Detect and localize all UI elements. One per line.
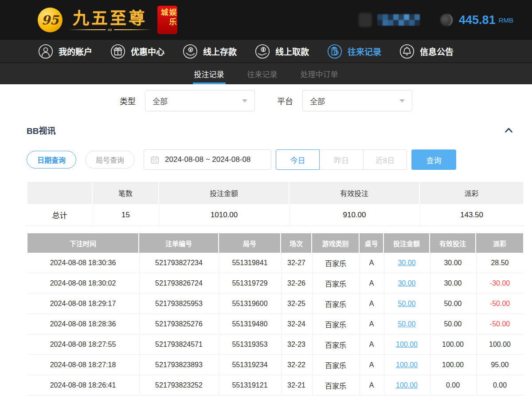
type-select[interactable]: 全部 (145, 90, 255, 111)
nav-item-my-account[interactable]: 我的账户 (38, 43, 92, 59)
type-select-value: 全部 (153, 95, 168, 106)
table-code: A (360, 355, 383, 375)
table-code: A (360, 334, 383, 355)
session: 32-24 (281, 314, 311, 334)
platform-label: 平台 (277, 95, 293, 106)
coin-icon (440, 14, 453, 26)
order-id: 521793825276 (139, 314, 218, 334)
bet-amount-link[interactable]: 30.00 (398, 279, 415, 287)
nav-label: 优惠中心 (131, 45, 164, 57)
round-query-button[interactable]: 局号查询 (85, 151, 135, 169)
bet-time: 2024-08-08 18:30:02 (27, 273, 138, 294)
platform-select[interactable]: 全部 (302, 90, 412, 111)
bet-amount-link[interactable]: 30.00 (398, 259, 415, 267)
col-round-id: 局号 (219, 233, 280, 253)
order-id: 521793825953 (139, 294, 218, 314)
session: 32-25 (281, 294, 311, 314)
logo-badge: 娱乐城 (157, 6, 177, 34)
calendar-icon (151, 156, 159, 164)
withdraw-icon (254, 43, 270, 59)
summary-payout: 143.50 (420, 204, 523, 226)
valid-bet: 50.00 (430, 294, 475, 314)
order-id: 521793826724 (139, 273, 218, 294)
bet-amount-link[interactable]: 100.00 (396, 341, 418, 348)
nav-item-promotions[interactable]: 优惠中心 (110, 43, 164, 59)
valid-bet: 50.00 (430, 314, 475, 334)
payout-value: 28.50 (491, 259, 509, 267)
nav-item-transaction-records[interactable]: 往来记录 (327, 43, 381, 59)
session: 32-22 (281, 355, 311, 375)
quick-date-group: 今日 昨日 近8日 (276, 149, 407, 170)
game-type: 百家乐 (312, 375, 359, 396)
round-id: 551319480 (219, 314, 280, 334)
game-type: 百家乐 (312, 273, 359, 294)
site-logo[interactable]: 95 九五至尊 ∞ 娱乐城 (38, 6, 177, 34)
bet-time: 2024-08-08 18:30:36 (27, 253, 138, 273)
col-payout: 派彩 (476, 233, 523, 253)
section-title: BB视讯 (27, 124, 55, 136)
col-bet-amount: 投注金额 (384, 233, 429, 253)
nav-label: 我的账户 (59, 45, 92, 57)
payout-value: 0.00 (493, 381, 507, 389)
filter-row: 类型 全部 平台 全部 (0, 90, 532, 111)
table-row: 2024-08-08 18:29:17 521793825953 5513196… (27, 294, 523, 314)
session: 32-23 (281, 334, 311, 355)
main-nav: 我的账户 优惠中心 线上存款 线上取款 往来记录 (0, 40, 532, 63)
tab-transaction-records[interactable]: 往来记录 (246, 63, 279, 84)
table-code: A (360, 314, 383, 334)
logo-flourish: ∞ (68, 29, 152, 30)
game-type: 百家乐 (312, 314, 359, 334)
nav-label: 线上存款 (203, 45, 237, 57)
session: 32-21 (281, 375, 311, 396)
bet-amount-link[interactable]: 100.00 (396, 381, 418, 389)
bet-amount-link[interactable]: 100.00 (396, 361, 418, 369)
balance-amount[interactable]: 445.81 (459, 13, 496, 27)
table-row: 2024-08-08 18:30:36 521793827234 5513198… (27, 253, 523, 273)
chevron-down-icon (399, 99, 405, 102)
today-button[interactable]: 今日 (276, 149, 320, 170)
valid-bet: 100.00 (430, 355, 475, 375)
date-query-button[interactable]: 日期查询 (27, 151, 76, 169)
nav-item-withdraw[interactable]: 线上取款 (254, 43, 309, 59)
summary-header-bet-amount: 投注金额 (159, 182, 289, 204)
nav-item-deposit[interactable]: 线上存款 (182, 43, 237, 59)
table-code: A (360, 253, 383, 273)
valid-bet: 100.00 (430, 334, 475, 355)
username-blurred (377, 14, 420, 26)
section-header: BB视讯 (27, 124, 524, 136)
summary-table: 笔数 投注金额 有效投注 派彩 总计 15 1010.00 910.00 143… (27, 182, 524, 226)
game-type: 百家乐 (312, 294, 359, 314)
yesterday-button[interactable]: 昨日 (320, 149, 364, 170)
search-button[interactable]: 查询 (411, 149, 456, 170)
col-order-id: 注单编号 (139, 233, 218, 253)
session: 32-26 (281, 273, 311, 294)
last-8-days-button[interactable]: 近8日 (363, 149, 407, 170)
content: BB视讯 日期查询 局号查询 2024-08-08 ~ 2024-08-08 今… (27, 124, 524, 396)
round-id: 551319121 (219, 375, 280, 396)
balance-currency: RMB (499, 16, 513, 24)
bet-amount-link[interactable]: 50.00 (398, 300, 415, 307)
nav-item-announcements[interactable]: 信息公告 (399, 43, 454, 59)
col-bet-time: 下注时间 (27, 233, 138, 253)
table-code: A (360, 375, 383, 396)
tab-bet-records[interactable]: 投注记录 (193, 63, 226, 84)
valid-bet: 30.00 (430, 273, 475, 294)
query-row: 日期查询 局号查询 2024-08-08 ~ 2024-08-08 今日 昨日 … (27, 149, 524, 170)
gift-icon (110, 43, 126, 59)
payout-value: -30.00 (490, 279, 510, 287)
bet-amount-link[interactable]: 50.00 (398, 320, 415, 328)
session: 32-27 (281, 253, 311, 273)
game-type: 百家乐 (312, 253, 359, 273)
logo-title: 九五至尊 (73, 10, 147, 28)
date-range-picker[interactable]: 2024-08-08 ~ 2024-08-08 (144, 149, 271, 170)
table-row: 2024-08-08 18:30:02 521793826724 5513197… (27, 273, 523, 294)
collapse-button[interactable] (504, 127, 513, 133)
platform-select-value: 全部 (310, 95, 325, 106)
summary-row: 总计 15 1010.00 910.00 143.50 (27, 204, 523, 226)
nav-label: 线上取款 (275, 45, 309, 57)
col-game-type: 游戏类别 (312, 233, 359, 253)
user-icon (38, 43, 54, 59)
deposit-icon (182, 43, 198, 59)
tab-processing-orders[interactable]: 处理中订单 (299, 63, 340, 84)
game-type: 百家乐 (312, 355, 359, 375)
